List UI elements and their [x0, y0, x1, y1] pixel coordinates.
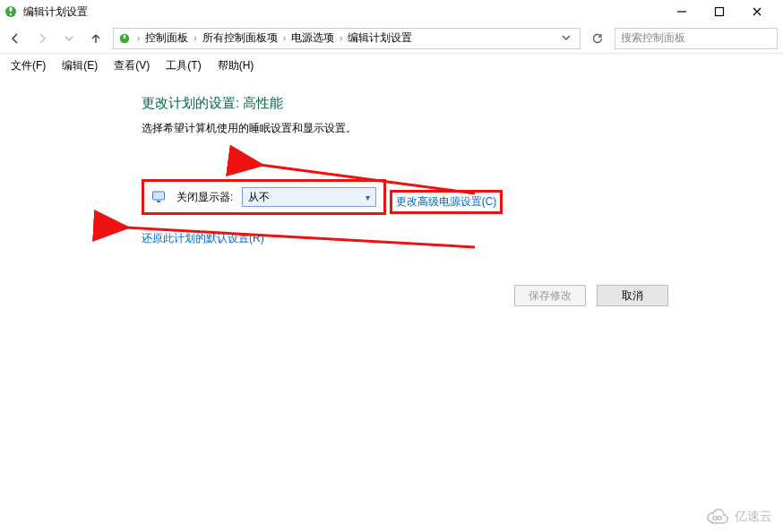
forward-button[interactable]	[32, 29, 52, 48]
monitor-icon	[151, 189, 168, 205]
chevron-down-icon: ▾	[366, 193, 370, 202]
crumb-all-items[interactable]: 所有控制面板项	[202, 30, 278, 46]
menu-view[interactable]: 查看(V)	[114, 58, 150, 73]
maximize-button[interactable]	[711, 4, 727, 20]
svg-rect-9	[153, 192, 165, 200]
crumb-power-options[interactable]: 电源选项	[291, 30, 334, 46]
chevron-right-icon: ›	[192, 33, 198, 43]
chevron-right-icon: ›	[338, 33, 344, 43]
svg-point-14	[718, 516, 721, 519]
content: 更改计划的设置: 高性能 选择希望计算机使用的睡眠设置和显示设置。 关闭显示器:…	[0, 77, 783, 246]
svg-rect-4	[716, 8, 724, 16]
menu-file[interactable]: 文件(F)	[11, 58, 46, 73]
page-subtext: 选择希望计算机使用的睡眠设置和显示设置。	[142, 121, 783, 136]
crumb-control-panel[interactable]: 控制面板	[145, 30, 188, 46]
restore-defaults-link[interactable]: 还原此计划的默认设置(R)	[142, 231, 264, 246]
save-button[interactable]: 保存修改	[514, 285, 586, 306]
menu-tools[interactable]: 工具(T)	[166, 58, 201, 73]
change-advanced-settings-link[interactable]: 更改高级电源设置(C)	[396, 195, 497, 208]
control-panel-icon	[117, 31, 132, 46]
address-dropdown-icon[interactable]	[556, 32, 576, 45]
window-controls	[674, 4, 779, 20]
back-button[interactable]	[5, 29, 25, 48]
chevron-right-icon: ›	[135, 33, 142, 43]
search-placeholder: 搜索控制面板	[621, 30, 685, 46]
turn-off-display-label: 关闭显示器:	[176, 190, 233, 205]
close-button[interactable]	[749, 4, 765, 20]
titlebar: 编辑计划设置	[0, 0, 783, 23]
page-title: 更改计划的设置: 高性能	[142, 95, 783, 112]
advanced-link-highlight: 更改高级电源设置(C)	[390, 190, 503, 214]
navbar: › 控制面板 › 所有控制面板项 › 电源选项 › 编辑计划设置 搜索控制面板	[0, 23, 783, 54]
cloud-icon	[706, 509, 729, 525]
menu-help[interactable]: 帮助(H)	[218, 58, 254, 73]
menubar: 文件(F) 编辑(E) 查看(V) 工具(T) 帮助(H)	[0, 54, 783, 77]
watermark-label: 亿速云	[735, 509, 772, 525]
svg-point-13	[713, 516, 717, 519]
svg-point-2	[10, 13, 12, 15]
turn-off-display-row: 关闭显示器: 从不 ▾	[142, 179, 386, 215]
svg-rect-10	[157, 201, 160, 202]
crumb-edit-plan[interactable]: 编辑计划设置	[348, 30, 412, 46]
app-icon	[4, 4, 18, 19]
window-title: 编辑计划设置	[23, 4, 88, 20]
minimize-button[interactable]	[674, 4, 690, 20]
svg-rect-8	[124, 35, 125, 39]
up-button[interactable]	[86, 29, 106, 48]
svg-rect-1	[10, 7, 13, 12]
breadcrumb[interactable]: › 控制面板 › 所有控制面板项 › 电源选项 › 编辑计划设置	[113, 28, 581, 49]
footer-buttons: 保存修改 取消	[514, 285, 668, 306]
refresh-button[interactable]	[588, 29, 607, 48]
chevron-right-icon: ›	[281, 33, 288, 43]
search-input[interactable]: 搜索控制面板	[615, 28, 778, 49]
menu-edit[interactable]: 编辑(E)	[62, 58, 98, 73]
cancel-button[interactable]: 取消	[597, 285, 668, 306]
select-value: 从不	[248, 190, 270, 205]
watermark: 亿速云	[706, 509, 772, 525]
turn-off-display-select[interactable]: 从不 ▾	[242, 187, 376, 207]
recent-dropdown-icon[interactable]	[59, 29, 79, 48]
